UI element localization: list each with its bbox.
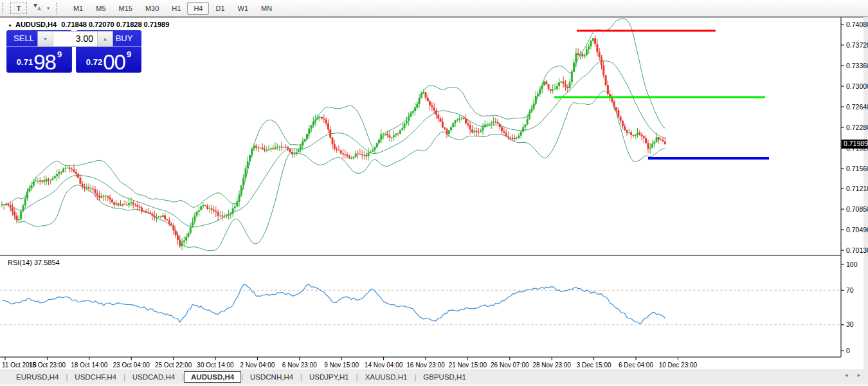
price-axis-label: 0.74080 <box>846 21 868 28</box>
sell-price-big: 98 <box>33 53 56 71</box>
date-label: 3 Dec 15:00 <box>577 362 611 369</box>
price-axis-label: 0.71210 <box>846 185 868 192</box>
date-label: 21 Nov 15:00 <box>449 362 487 369</box>
chart-window: 0.740800.737200.733600.730000.726400.722… <box>0 17 868 369</box>
timeframe-button-h4[interactable]: H4 <box>187 2 209 15</box>
rsi-axis-label: 0 <box>846 347 850 354</box>
timeframe-button-m30[interactable]: M30 <box>139 2 165 15</box>
chevron-down-icon: ▼ <box>46 6 50 10</box>
timeframe-button-m5[interactable]: M5 <box>89 2 112 15</box>
chart-tabs: EURUSD,H4|USDCHF,H4|USDCAD,H4|AUDUSD,H4|… <box>9 371 473 383</box>
price-axis-label: 0.73000 <box>846 82 868 90</box>
volume-input[interactable]: 3.00 <box>53 32 97 46</box>
price-axis-label: 0.70490 <box>846 226 868 234</box>
arrows-tool-button[interactable]: ▼ <box>30 2 53 15</box>
collapse-arrow-icon: ▲ <box>8 23 12 27</box>
price-axis-label: 0.70130 <box>846 246 868 254</box>
tab-eurusd-h4[interactable]: EURUSD,H4 <box>9 371 66 383</box>
timeframe-button-mn[interactable]: MN <box>255 2 278 15</box>
volume-decrease-button[interactable]: ▼ <box>38 32 53 46</box>
tab-scroll-right-button[interactable]: ► <box>856 372 862 378</box>
tab-audusd-h4[interactable]: AUDUSD,H4 <box>184 371 241 383</box>
timeframe-button-d1[interactable]: D1 <box>209 2 231 15</box>
chart-ohlc: 0.71848 0.72070 0.71828 0.71989 <box>61 21 169 28</box>
volume-spinner[interactable]: ▼ 3.00 ▲ <box>37 31 113 47</box>
timeframe-button-h1[interactable]: H1 <box>165 2 187 15</box>
buy-price-sup: 9 <box>127 50 131 59</box>
price-axis-label: 0.71560 <box>846 165 868 172</box>
rsi-axis-label: 70 <box>846 286 854 294</box>
date-label: 6 Nov 23:00 <box>282 362 317 369</box>
tab-scroll-left-button[interactable]: ◄ <box>844 372 849 378</box>
sell-price-prefix: 0.71 <box>17 57 33 67</box>
one-click-trading-panel: SELL 0.71989 BUY 0.72009 ▼ 3.00 ▲ <box>6 30 147 74</box>
price-axis-label: 0.72280 <box>846 124 868 131</box>
sell-price: 0.71989 <box>6 50 72 71</box>
tab-xauusd-h1[interactable]: XAUUSD,H1 <box>358 371 415 383</box>
chart-symbol: AUDUSD,H4 <box>15 21 57 28</box>
date-label: 14 Nov 04:00 <box>365 362 403 369</box>
buy-price-big: 00 <box>103 53 125 71</box>
price-axis-label: 0.72640 <box>846 103 868 111</box>
price-axis-label: 0.73720 <box>846 41 868 49</box>
chart-tab-bar: EURUSD,H4|USDCHF,H4|USDCAD,H4|AUDUSD,H4|… <box>0 369 868 384</box>
rsi-axis-label: 100 <box>846 261 858 268</box>
chart-header: ▲AUDUSD,H40.71848 0.72070 0.71828 0.7198… <box>8 21 169 28</box>
date-label: 23 Oct 04:00 <box>113 362 150 369</box>
tab-usdcad-h4[interactable]: USDCAD,H4 <box>125 371 182 383</box>
date-label: 10 Dec 23:00 <box>659 362 698 369</box>
date-label: 15 Oct 23:00 <box>29 362 66 369</box>
rsi-indicator-label: RSI(14) 37.5854 <box>8 259 60 266</box>
sell-price-sup: 9 <box>57 50 62 59</box>
arrows-tool-icon <box>32 3 42 14</box>
tab-scroll-buttons: ◄ ► <box>844 372 862 378</box>
volume-increase-button[interactable]: ▲ <box>97 32 113 46</box>
tab-usdcnh-h4[interactable]: USDCNH,H4 <box>243 371 300 383</box>
date-label: 6 Dec 04:00 <box>619 362 653 369</box>
price-axis-label: 0.70850 <box>846 205 868 213</box>
buy-price: 0.72009 <box>76 50 141 71</box>
date-label: 25 Oct 22:00 <box>155 362 192 369</box>
toolbar-grip[interactable] <box>2 3 6 14</box>
date-label: 2 Nov 04:00 <box>240 362 275 369</box>
tab-usdjpy-h1[interactable]: USDJPY,H1 <box>302 371 356 383</box>
timeframe-button-w1[interactable]: W1 <box>231 2 255 15</box>
price-axis-label: 0.73360 <box>846 62 868 69</box>
toolbar-grip-2[interactable] <box>56 3 60 14</box>
timeframe-button-m1[interactable]: M1 <box>67 2 89 15</box>
timeframe-button-m15[interactable]: M15 <box>113 2 139 15</box>
rsi-axis-label: 30 <box>846 320 854 328</box>
buy-price-prefix: 0.72 <box>86 57 102 67</box>
date-label: 18 Oct 14:00 <box>71 362 108 369</box>
text-tool-button[interactable]: T <box>10 3 27 14</box>
date-label: 30 Oct 14:00 <box>197 362 234 369</box>
date-label: 26 Nov 07:00 <box>491 362 529 369</box>
timeframe-buttons: M1M5M15M30H1H4D1W1MN <box>67 2 278 15</box>
tab-usdchf-h4[interactable]: USDCHF,H4 <box>68 371 123 383</box>
date-label: 9 Nov 15:00 <box>324 362 359 369</box>
toolbar: T ▼ M1M5M15M30H1H4D1W1MN <box>0 0 868 17</box>
current-price-label: 0.71989 <box>844 140 868 147</box>
sell-button[interactable]: SELL <box>6 30 41 47</box>
date-label: 16 Nov 23:00 <box>406 362 445 369</box>
tab-gbpusd-h1[interactable]: GBPUSD,H1 <box>416 371 473 383</box>
date-label: 28 Nov 23:00 <box>532 362 571 369</box>
